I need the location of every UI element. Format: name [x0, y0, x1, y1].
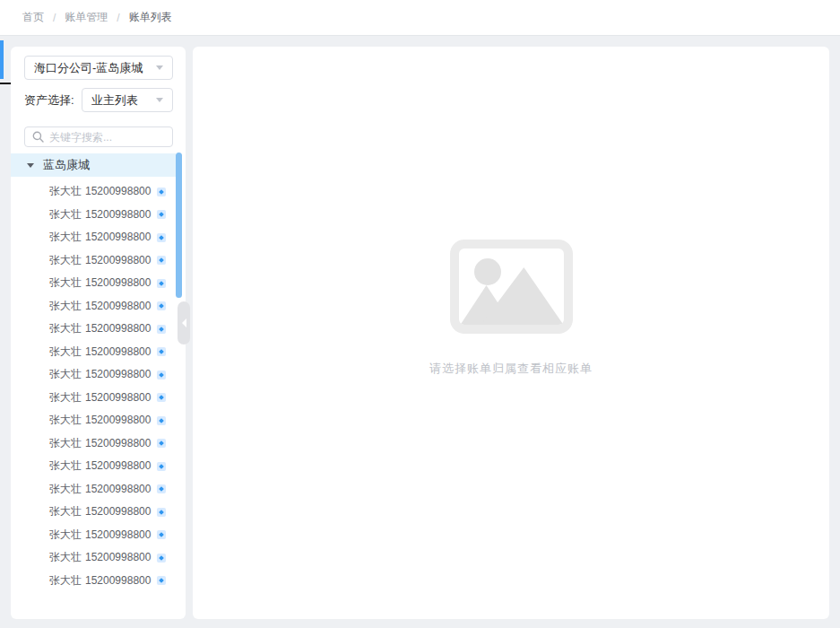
- project-select[interactable]: 海口分公司-蓝岛康城: [24, 56, 173, 80]
- tree-item-owner[interactable]: 张大壮15200998800: [11, 570, 186, 593]
- owner-badge-icon[interactable]: [157, 462, 166, 471]
- tree-item-owner[interactable]: 张大壮15200998800: [11, 432, 186, 456]
- chevron-down-icon: [156, 65, 163, 70]
- tree-item-name: 张大壮: [49, 459, 82, 472]
- tree-item-phone: 15200998800: [85, 437, 151, 449]
- tree-expand-caret-icon[interactable]: [27, 163, 34, 168]
- owner-badge-icon[interactable]: [157, 279, 166, 288]
- owner-badge-icon[interactable]: [157, 416, 166, 425]
- tree-item-phone: 15200998800: [85, 254, 151, 266]
- breadcrumb-separator: /: [117, 12, 119, 24]
- tree-item-name: 张大壮: [49, 185, 82, 197]
- badge-glyph: [160, 395, 165, 400]
- tree-item-phone: 15200998800: [85, 345, 151, 358]
- keyword-search-box[interactable]: [24, 126, 173, 147]
- tree-item-phone: 15200998800: [85, 391, 151, 404]
- owner-badge-icon[interactable]: [157, 576, 166, 585]
- tree-root-node[interactable]: 蓝岛康城: [11, 153, 176, 177]
- tree-item-phone: 15200998800: [85, 551, 151, 563]
- chevron-down-icon: [156, 98, 163, 102]
- top-header-bar: 首页 / 账单管理 / 账单列表: [0, 0, 840, 36]
- breadcrumb-separator: /: [53, 12, 56, 24]
- asset-select-value: 业主列表: [91, 92, 138, 109]
- asset-select[interactable]: 业主列表: [82, 88, 173, 112]
- tree-item-owner[interactable]: 张大壮15200998800: [11, 387, 186, 410]
- tree-item-name: 张大壮: [49, 276, 82, 289]
- owner-badge-icon[interactable]: [157, 371, 166, 379]
- asset-select-label: 资产选择:: [24, 92, 74, 109]
- tree-item-owner[interactable]: 张大壮15200998800: [11, 318, 186, 341]
- tree-item-phone: 15200998800: [85, 322, 151, 335]
- search-icon: [32, 131, 44, 143]
- badge-glyph: [160, 327, 165, 332]
- tree-item-owner[interactable]: 张大壮15200998800: [11, 180, 186, 204]
- tree-item-name: 张大壮: [49, 231, 82, 243]
- tree-item-name: 张大壮: [49, 208, 82, 221]
- tree-item-name: 张大壮: [49, 483, 82, 495]
- sidebar-scrollbar-thumb[interactable]: [176, 153, 182, 298]
- tree-item-name: 张大壮: [49, 574, 82, 587]
- tree-item-name: 张大壮: [49, 437, 82, 449]
- tree-item-owner[interactable]: 张大壮15200998800: [11, 501, 186, 524]
- badge-glyph: [160, 555, 165, 561]
- badge-glyph: [160, 372, 165, 378]
- tree-item-phone: 15200998800: [85, 300, 151, 312]
- tree-item-name: 张大壮: [49, 551, 82, 563]
- owner-badge-icon[interactable]: [157, 325, 166, 334]
- tree-item-name: 张大壮: [49, 300, 82, 312]
- badge-glyph: [160, 510, 165, 515]
- left-edge-accent-strip: [0, 40, 4, 79]
- sidebar-collapse-handle[interactable]: [178, 301, 190, 345]
- badge-glyph: [160, 578, 165, 583]
- tree-item-name: 张大壮: [49, 254, 82, 266]
- breadcrumb-bill-management[interactable]: 账单管理: [65, 10, 108, 25]
- breadcrumb-bill-list: 账单列表: [129, 10, 172, 25]
- owner-badge-icon[interactable]: [157, 554, 166, 563]
- owner-badge-icon[interactable]: [157, 256, 166, 265]
- tree-item-owner[interactable]: 张大壮15200998800: [11, 204, 186, 227]
- tree-item-name: 张大壮: [49, 505, 82, 518]
- tree-item-phone: 15200998800: [85, 368, 151, 380]
- owner-badge-icon[interactable]: [157, 484, 166, 493]
- tree-item-owner[interactable]: 张大壮15200998800: [11, 341, 186, 364]
- search-input[interactable]: [49, 131, 165, 144]
- owner-badge-icon[interactable]: [157, 439, 166, 448]
- tree-item-phone: 15200998800: [85, 574, 151, 587]
- tree-item-owner[interactable]: 张大壮15200998800: [11, 249, 186, 273]
- breadcrumb-home[interactable]: 首页: [22, 10, 44, 25]
- tree-item-owner[interactable]: 张大壮15200998800: [11, 409, 186, 432]
- tree-item-name: 张大壮: [49, 391, 82, 404]
- owner-badge-icon[interactable]: [157, 393, 166, 402]
- owner-badge-icon[interactable]: [157, 530, 166, 539]
- tree-item-owner[interactable]: 张大壮15200998800: [11, 455, 186, 478]
- badge-glyph: [160, 532, 165, 537]
- tree-item-name: 张大壮: [49, 368, 82, 380]
- badge-glyph: [160, 349, 165, 354]
- sidebar-panel: 海口分公司-蓝岛康城 资产选择: 业主列表 蓝岛康城 张大壮1520099880…: [11, 47, 186, 619]
- badge-glyph: [160, 212, 165, 217]
- tree-item-phone: 15200998800: [85, 414, 151, 426]
- owner-badge-icon[interactable]: [157, 233, 166, 242]
- image-placeholder-icon: [450, 240, 573, 334]
- badge-glyph: [160, 235, 165, 240]
- owner-badge-icon[interactable]: [157, 347, 166, 356]
- tree-item-phone: 15200998800: [85, 185, 151, 197]
- badge-glyph: [160, 418, 165, 423]
- tree-item-name: 张大壮: [49, 414, 82, 426]
- owner-badge-icon[interactable]: [157, 301, 166, 310]
- tree-item-owner[interactable]: 张大壮15200998800: [11, 524, 186, 547]
- tree-item-owner[interactable]: 张大壮15200998800: [11, 546, 186, 570]
- tree-item-owner[interactable]: 张大壮15200998800: [11, 272, 186, 295]
- owner-badge-icon[interactable]: [157, 188, 166, 196]
- owner-badge-icon[interactable]: [157, 210, 166, 219]
- tree-item-list: 张大壮15200998800 张大壮15200998800 张大壮1520099…: [11, 177, 186, 592]
- badge-glyph: [160, 486, 165, 492]
- badge-glyph: [160, 281, 165, 286]
- owner-badge-icon[interactable]: [157, 508, 166, 517]
- tree-item-phone: 15200998800: [85, 528, 151, 541]
- tree-item-owner[interactable]: 张大壮15200998800: [11, 226, 186, 249]
- tree-item-phone: 15200998800: [85, 505, 151, 518]
- tree-item-owner[interactable]: 张大壮15200998800: [11, 478, 186, 502]
- tree-item-owner[interactable]: 张大壮15200998800: [11, 295, 186, 318]
- tree-item-owner[interactable]: 张大壮15200998800: [11, 363, 186, 387]
